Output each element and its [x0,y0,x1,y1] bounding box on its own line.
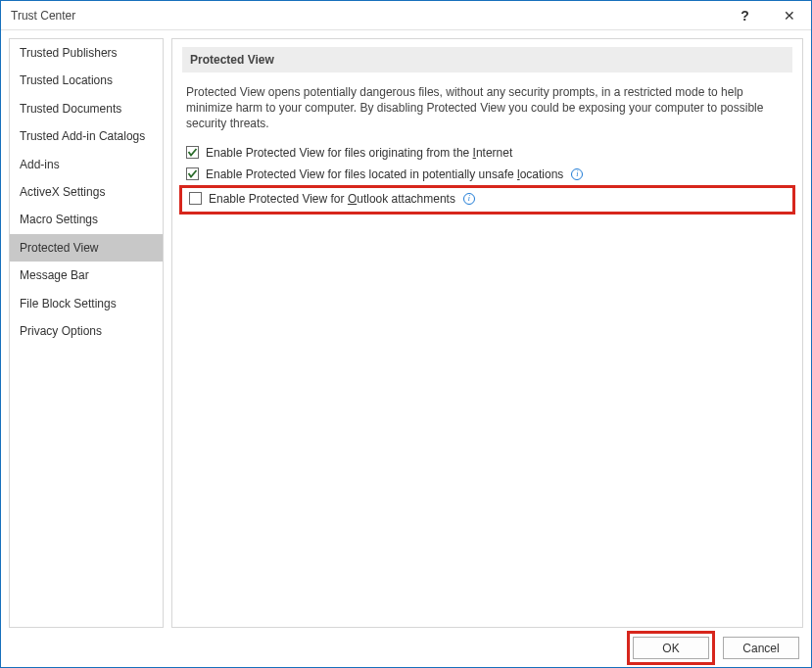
sidebar-item-trusted-addin-catalogs[interactable]: Trusted Add-in Catalogs [10,122,163,150]
window-title: Trust Center [11,9,723,23]
titlebar: Trust Center ? ✕ [1,1,811,30]
sidebar-item-message-bar[interactable]: Message Bar [10,262,163,289]
sidebar-item-add-ins[interactable]: Add-ins [10,151,163,178]
ok-button[interactable]: OK [633,637,709,659]
section-description: Protected View opens potentially dangero… [182,84,792,142]
sidebar: Trusted Publishers Trusted Locations Tru… [9,38,164,628]
ok-highlight: OK [627,631,715,665]
checkbox-outlook-attachments[interactable] [189,192,202,205]
sidebar-item-privacy-options[interactable]: Privacy Options [10,317,163,345]
info-icon[interactable]: i [571,168,583,180]
option-internet-label: Enable Protected View for files originat… [206,144,512,162]
sidebar-item-trusted-publishers[interactable]: Trusted Publishers [10,39,163,67]
checkbox-unsafe-locations[interactable] [186,167,199,180]
section-heading: Protected View [182,47,792,72]
option-outlook-attachments: Enable Protected View for Outlook attach… [179,185,795,215]
option-outlook-attachments-label: Enable Protected View for Outlook attach… [209,190,455,208]
sidebar-item-trusted-locations[interactable]: Trusted Locations [10,67,163,94]
sidebar-item-protected-view[interactable]: Protected View [10,234,163,262]
option-internet: Enable Protected View for files originat… [182,142,792,164]
sidebar-item-macro-settings[interactable]: Macro Settings [10,206,163,233]
checkbox-internet[interactable] [186,146,199,159]
option-unsafe-locations-label: Enable Protected View for files located … [206,166,563,183]
option-unsafe-locations: Enable Protected View for files located … [182,164,792,185]
sidebar-item-activex-settings[interactable]: ActiveX Settings [10,178,163,206]
help-button[interactable]: ? [723,1,767,30]
info-icon[interactable]: i [463,193,475,205]
sidebar-item-file-block-settings[interactable]: File Block Settings [10,290,163,317]
sidebar-item-trusted-documents[interactable]: Trusted Documents [10,95,163,122]
content-panel: Protected View Protected View opens pote… [171,38,803,628]
close-button[interactable]: ✕ [767,1,811,30]
trust-center-dialog: Trust Center ? ✕ Trusted Publishers Trus… [0,0,812,668]
dialog-body: Trusted Publishers Trusted Locations Tru… [1,30,811,628]
cancel-button[interactable]: Cancel [723,637,799,659]
dialog-footer: OK Cancel [1,628,811,667]
